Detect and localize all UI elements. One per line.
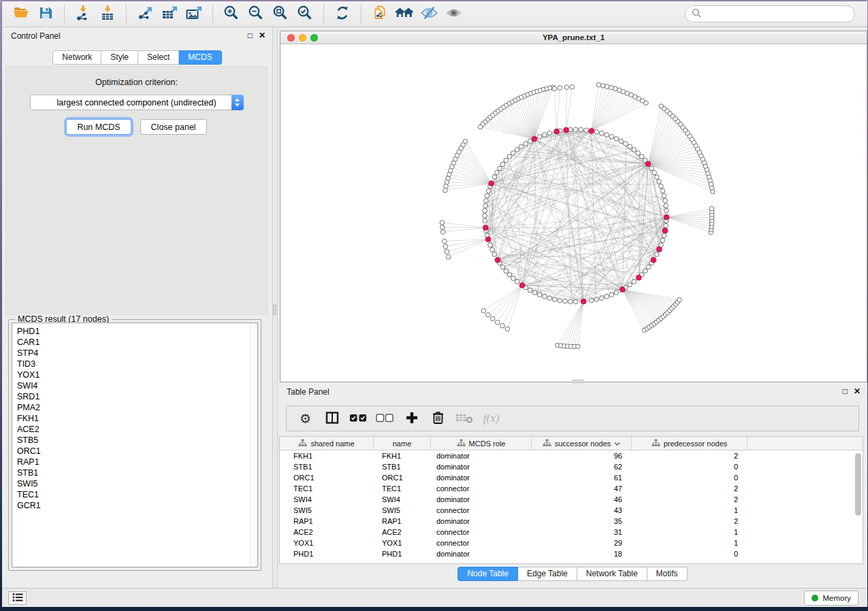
network-graph[interactable] — [280, 44, 867, 382]
network-node[interactable] — [442, 239, 447, 244]
network-node[interactable] — [537, 135, 542, 139]
network-node[interactable] — [547, 296, 552, 301]
vertical-splitter[interactable] — [272, 27, 278, 588]
network-node[interactable] — [573, 127, 578, 132]
network-node[interactable] — [443, 244, 448, 249]
mcds-hub-node[interactable] — [664, 214, 669, 220]
mcds-hub-node[interactable] — [519, 282, 525, 288]
save-session-button[interactable] — [33, 4, 58, 24]
optimization-select[interactable]: largest connected component (undirected) — [30, 95, 244, 110]
network-node[interactable] — [609, 135, 614, 139]
mcds-hub-node[interactable] — [656, 247, 662, 252]
network-node[interactable] — [558, 298, 562, 303]
column-header-MCDS-role[interactable]: MCDS role — [431, 437, 532, 450]
refresh-layout-button[interactable] — [330, 4, 355, 24]
network-node[interactable] — [628, 282, 632, 287]
network-node[interactable] — [573, 299, 578, 304]
network-node[interactable] — [504, 269, 509, 274]
mcds-result-item[interactable]: TID3 — [17, 359, 257, 369]
result-list-scrollbar[interactable] — [250, 323, 257, 567]
network-node[interactable] — [659, 184, 664, 188]
tab-motifs[interactable]: Motifs — [647, 567, 688, 581]
network-node[interactable] — [444, 184, 449, 189]
network-node[interactable] — [677, 297, 682, 302]
network-node[interactable] — [443, 188, 447, 193]
network-node[interactable] — [486, 188, 491, 193]
network-node[interactable] — [632, 280, 637, 284]
tab-style[interactable]: Style — [101, 50, 138, 65]
mcds-hub-node[interactable] — [662, 228, 668, 233]
tab-mcds[interactable]: MCDS — [179, 50, 221, 65]
network-node[interactable] — [594, 297, 599, 302]
network-node[interactable] — [605, 295, 609, 299]
import-network-button[interactable] — [71, 4, 95, 24]
mcds-result-item[interactable]: ORC1 — [17, 446, 257, 457]
unselect-all-columns-button[interactable] — [372, 408, 398, 429]
mcds-result-item[interactable]: SWI4 — [17, 380, 257, 391]
float-panel-icon[interactable]: □ — [248, 31, 253, 40]
panel-list-button[interactable] — [8, 591, 27, 605]
mcds-result-item[interactable]: STB1 — [17, 467, 257, 478]
table-row[interactable]: RAP1RAP1dominator352 — [280, 516, 863, 527]
network-node[interactable] — [660, 188, 665, 193]
mcds-result-item[interactable]: SRD1 — [17, 391, 257, 402]
network-node[interactable] — [600, 84, 605, 88]
network-node[interactable] — [478, 125, 483, 129]
column-header-name[interactable]: name — [374, 437, 431, 450]
mcds-hub-node[interactable] — [581, 299, 586, 304]
mcds-hub-node[interactable] — [495, 257, 500, 263]
network-node[interactable] — [599, 296, 604, 301]
network-node[interactable] — [596, 82, 601, 87]
mcds-hub-node[interactable] — [589, 128, 594, 133]
network-node[interactable] — [500, 265, 505, 269]
network-node[interactable] — [628, 144, 632, 149]
network-node[interactable] — [660, 238, 665, 243]
mcds-hub-node[interactable] — [645, 161, 651, 167]
float-panel-icon[interactable]: □ — [843, 386, 848, 396]
network-node[interactable] — [579, 127, 583, 132]
tab-node-table[interactable]: Node Table — [457, 567, 518, 581]
network-node[interactable] — [662, 233, 666, 238]
network-node[interactable] — [624, 142, 628, 146]
network-node[interactable] — [483, 214, 487, 218]
network-node[interactable] — [619, 139, 624, 144]
network-node[interactable] — [485, 193, 489, 198]
import-table-button[interactable] — [95, 4, 120, 24]
network-node[interactable] — [528, 288, 532, 293]
network-node[interactable] — [609, 293, 614, 297]
network-node[interactable] — [483, 218, 487, 223]
network-node[interactable] — [532, 291, 537, 295]
table-row[interactable]: SWI5SWI5connector431 — [280, 505, 863, 516]
network-node[interactable] — [664, 203, 669, 208]
network-node[interactable] — [504, 158, 509, 163]
mcds-result-item[interactable]: TEC1 — [17, 489, 257, 500]
network-node[interactable] — [594, 130, 599, 135]
close-panel-icon[interactable]: ✕ — [259, 31, 266, 40]
network-node[interactable] — [709, 206, 714, 211]
network-node[interactable] — [490, 316, 495, 321]
zoom-selected-button[interactable] — [293, 4, 317, 24]
network-node[interactable] — [664, 208, 669, 213]
table-settings-button[interactable]: ⚙ — [292, 408, 319, 429]
delete-table-button[interactable] — [451, 408, 478, 429]
zoom-in-button[interactable] — [219, 4, 244, 24]
network-node[interactable] — [609, 85, 613, 90]
network-node[interactable] — [500, 324, 505, 329]
mcds-hub-node[interactable] — [554, 129, 560, 134]
mcds-result-item[interactable]: YOX1 — [17, 369, 257, 380]
network-node[interactable] — [614, 291, 619, 295]
mcds-hub-node[interactable] — [483, 225, 488, 231]
network-node[interactable] — [613, 86, 617, 91]
memory-button[interactable]: Memory — [804, 591, 858, 606]
tab-network[interactable]: Network — [52, 50, 101, 65]
network-node[interactable] — [570, 84, 575, 89]
mcds-result-item[interactable]: CAR1 — [17, 337, 257, 348]
network-node[interactable] — [552, 86, 557, 91]
splitter-grip[interactable] — [273, 305, 276, 315]
table-row[interactable]: ACE2ACE2connector311 — [280, 527, 863, 538]
network-node[interactable] — [484, 199, 489, 203]
network-node[interactable] — [552, 297, 557, 302]
network-node[interactable] — [599, 131, 604, 135]
network-node[interactable] — [446, 254, 451, 259]
duplicate-network-button[interactable] — [368, 4, 392, 24]
